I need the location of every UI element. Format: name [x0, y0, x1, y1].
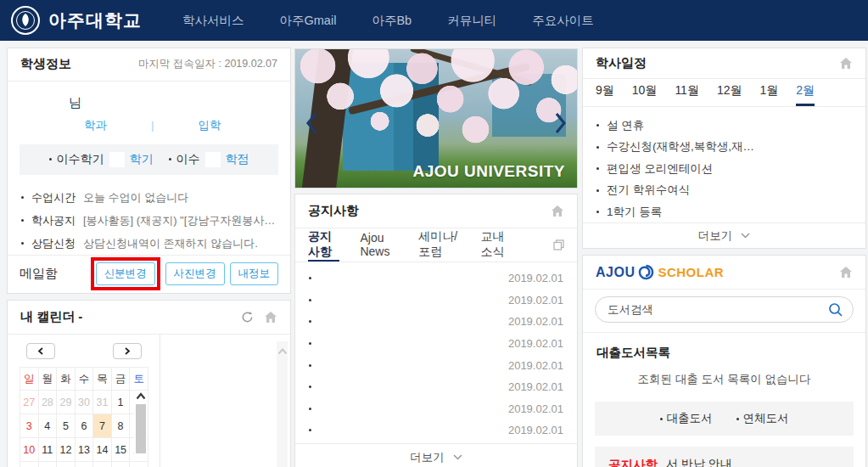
scholar-emblem-icon — [638, 264, 654, 280]
tab-borrowed-books[interactable]: 대출도서 — [660, 411, 713, 426]
bullet-icon — [21, 242, 24, 245]
calendar-week: 3 4 5 6 7 8 9 — [20, 414, 148, 438]
calendar-day[interactable]: 29 — [57, 391, 76, 414]
schedule-more-button[interactable]: 더보기 — [583, 222, 865, 248]
book-search-input[interactable] — [595, 296, 854, 323]
carousel-prev-icon[interactable] — [302, 110, 321, 136]
notice-more-button[interactable]: 더보기 — [295, 443, 577, 467]
notice-item[interactable]: 2019.02.01 — [309, 419, 563, 442]
tab-month-sep[interactable]: 9월 — [596, 79, 614, 106]
notice-item[interactable]: 2019.02.01 — [309, 354, 563, 376]
calendar-day[interactable]: 10 — [20, 438, 39, 462]
calendar-day-today[interactable]: 7 — [93, 414, 112, 438]
library-notice-box: 공지사항 서 반납 안내 — [595, 447, 854, 467]
empty-loans-message: 조회된 대출 도서 목록이 없습니다 — [583, 364, 865, 398]
tab-month-nov[interactable]: 11월 — [675, 79, 699, 106]
scrollbar-thumb[interactable] — [136, 404, 146, 453]
change-identity-button[interactable]: 신분변경 — [96, 262, 155, 285]
calendar-day[interactable]: 22 — [111, 462, 130, 467]
day-header: 월 — [38, 368, 57, 391]
menu-item-community[interactable]: 커뮤니티 — [447, 13, 496, 29]
home-icon[interactable] — [264, 311, 277, 324]
calendar-day[interactable]: 11 — [38, 438, 57, 462]
calendar-day[interactable]: 14 — [93, 438, 112, 462]
department-link[interactable]: 학과 — [84, 118, 107, 133]
calendar-day[interactable]: 21 — [93, 462, 112, 467]
calendar-day[interactable]: 4 — [38, 414, 57, 438]
calendar-day[interactable]: 13 — [75, 438, 93, 462]
notice-item[interactable]: 2019.02.01 — [309, 376, 563, 398]
schedule-item[interactable]: 설 연휴 — [596, 115, 852, 137]
academic-notice-link[interactable]: [봉사활동] (재공지) "[강남구자원봉사센터]… — [83, 209, 277, 232]
calendar-header-icons — [241, 311, 277, 324]
calendar-day[interactable]: 8 — [111, 414, 130, 438]
ajou-scholar-logo[interactable]: AJOU SCHOLAR — [596, 264, 724, 280]
calendar-day[interactable]: 6 — [75, 414, 93, 438]
next-month-button[interactable] — [113, 343, 142, 359]
notice-item[interactable]: 2019.02.01 — [309, 311, 563, 333]
notice-item[interactable]: 2019.02.01 — [309, 398, 563, 420]
schedule-item[interactable]: 편입생 오리엔테이션 — [596, 158, 852, 180]
university-logo[interactable]: 아주대학교 — [10, 5, 142, 36]
tab-notice[interactable]: 공지사항 — [308, 228, 339, 262]
calendar-day[interactable]: 30 — [75, 391, 93, 414]
admission-link[interactable]: 입학 — [199, 118, 221, 133]
calendar-day[interactable]: 1 — [111, 391, 130, 414]
bullet-icon — [49, 158, 52, 160]
calendar-scrollbar[interactable] — [134, 392, 147, 453]
tab-month-jan[interactable]: 1월 — [760, 79, 779, 106]
tab-ajou-news[interactable]: Ajou News — [360, 228, 398, 262]
calendar-day[interactable]: 27 — [20, 391, 39, 414]
mailbox-link[interactable]: 메일함 — [20, 266, 58, 282]
library-notice-link[interactable]: 서 반납 안내 — [666, 457, 732, 467]
calendar-day[interactable]: 17 — [20, 462, 39, 467]
calendar-day[interactable]: 15 — [111, 438, 130, 462]
tab-overdue-books[interactable]: 연체도서 — [736, 411, 789, 426]
home-icon[interactable] — [551, 205, 564, 217]
tab-campus-news[interactable]: 교내소식 — [481, 228, 512, 262]
scroll-up-icon — [136, 392, 146, 400]
schedule-item[interactable]: 1학기 등록 — [596, 201, 852, 223]
open-window-icon[interactable] — [553, 239, 564, 250]
notice-item[interactable]: 2019.02.01 — [309, 267, 563, 290]
calendar-week: 10 11 12 13 14 15 16 — [20, 438, 148, 462]
calendar-day[interactable]: 20 — [75, 462, 93, 467]
carousel-next-icon[interactable] — [552, 110, 570, 136]
notice-item[interactable]: 2019.02.01 — [309, 290, 563, 312]
bullet-icon — [596, 146, 599, 149]
calendar-day[interactable]: 3 — [20, 414, 39, 438]
calendar-day[interactable]: 19 — [57, 462, 76, 467]
calendar-day[interactable]: 18 — [38, 462, 57, 467]
tab-month-dec[interactable]: 12월 — [717, 79, 742, 106]
event-area-scrollbar[interactable] — [277, 341, 288, 467]
home-icon[interactable] — [839, 266, 853, 279]
tab-seminar-forum[interactable]: 세미나/포럼 — [418, 228, 460, 262]
calendar-day[interactable]: 28 — [38, 391, 57, 414]
bullet-icon — [309, 320, 311, 323]
calendar-day[interactable]: 12 — [57, 438, 76, 462]
menu-item-bb[interactable]: 아주Bb — [372, 13, 412, 29]
menu-item-academic-services[interactable]: 학사서비스 — [182, 13, 244, 29]
home-icon[interactable] — [839, 57, 853, 70]
credit-value-redacted — [205, 152, 221, 167]
tab-month-oct[interactable]: 10월 — [632, 79, 658, 106]
credits-completed: 이수 학점 — [169, 152, 249, 167]
schedule-item[interactable]: 수강신청(재학생,복학생,재… — [596, 136, 852, 158]
notice-item[interactable]: 2019.02.01 — [309, 333, 563, 355]
prev-month-button[interactable] — [26, 343, 55, 359]
my-info-button[interactable]: 내정보 — [230, 262, 279, 285]
schedule-item[interactable]: 전기 학위수여식 — [596, 179, 852, 201]
calendar-day[interactable]: 31 — [93, 391, 112, 414]
calendar-day[interactable]: 23 — [130, 462, 148, 467]
tab-month-feb[interactable]: 2월 — [796, 79, 815, 106]
menu-item-major-sites[interactable]: 주요사이트 — [532, 13, 594, 29]
student-name-row: 님 — [8, 95, 290, 111]
menu-item-gmail[interactable]: 아주Gmail — [280, 13, 337, 29]
search-icon[interactable] — [828, 302, 843, 321]
refresh-icon[interactable] — [241, 311, 254, 324]
day-header-row: 일 월 화 수 목 금 토 — [20, 368, 148, 391]
calendar-day[interactable]: 5 — [57, 414, 76, 438]
semester-value-redacted — [109, 152, 125, 167]
book-search-row — [583, 290, 865, 333]
change-photo-button[interactable]: 사진변경 — [165, 262, 225, 285]
